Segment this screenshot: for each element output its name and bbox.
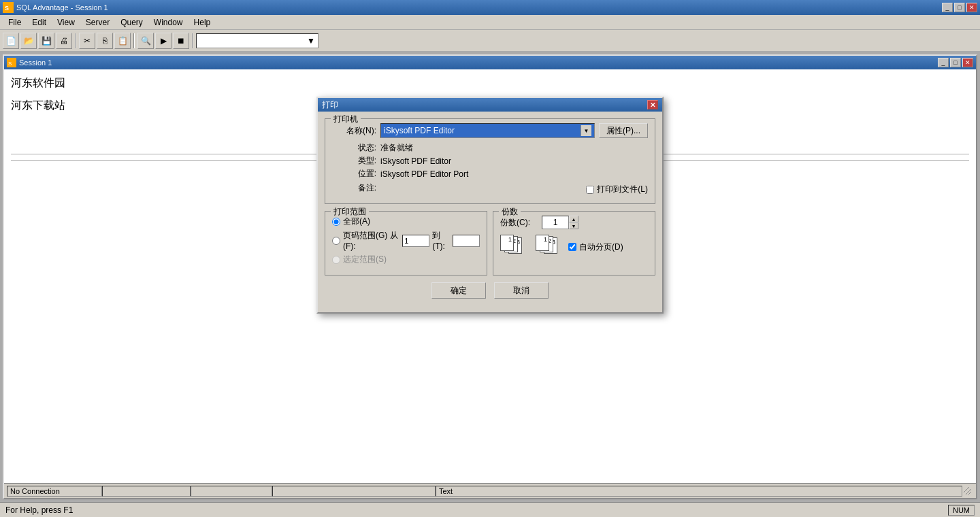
printer-name-row: 名称(N): iSkysoft PDF Editor ▼ 属性(P)... (332, 123, 648, 138)
title-bar: S SQL Advantage - Session 1 _ □ ✕ (0, 0, 980, 15)
session-icon: S (7, 58, 16, 67)
properties-btn[interactable]: 属性(P)... (599, 123, 648, 138)
new-btn[interactable]: 📄 (3, 33, 19, 49)
range-group-title: 打印范围 (331, 206, 369, 218)
dialog-overlay: 打印 ✕ 打印机 名称(N): iSkysoft PDF Editor (4, 69, 976, 483)
stop-btn[interactable]: ⏹ (173, 33, 189, 49)
copies-input[interactable] (542, 216, 569, 229)
range-group: 打印范围 全部(A) 页码范围(G) 从(F): 1 到(T): (325, 211, 487, 276)
copy-btn[interactable]: ⎘ (97, 33, 113, 49)
printer-select-value: iSkysoft PDF Editor (384, 126, 455, 135)
ok-btn[interactable]: 确定 (431, 282, 486, 299)
menu-view[interactable]: View (52, 16, 80, 29)
print-btn[interactable]: 🖨 (56, 33, 72, 49)
search-btn[interactable]: 🔍 (137, 33, 154, 49)
print-to-file-row: 打印到文件(L) (586, 184, 648, 195)
minimize-btn[interactable]: _ (942, 3, 953, 12)
type-label: 类型: (332, 155, 376, 167)
separator-3 (192, 33, 193, 48)
type-row: 类型: iSkysoft PDF Editor (332, 155, 648, 167)
session-controls[interactable]: _ □ ✕ (938, 58, 973, 67)
print-to-file-label: 打印到文件(L) (597, 184, 648, 195)
page-range-radio[interactable] (332, 237, 340, 245)
dialog-body: 打印机 名称(N): iSkysoft PDF Editor ▼ 属性(P)..… (318, 112, 662, 312)
page-range-row: 页码范围(G) 从(F): 1 到(T): (332, 230, 480, 251)
status-text: Text (436, 486, 962, 497)
selection-label: 选定范围(S) (343, 254, 387, 265)
selection-radio[interactable] (332, 256, 340, 264)
main-area: S Session 1 _ □ ✕ 河东软件园 河东下载站 打印 ✕ (0, 52, 980, 502)
status-connection: No Connection (7, 486, 102, 497)
svg-text:S: S (5, 5, 9, 12)
session-title-bar: S Session 1 _ □ ✕ (4, 56, 976, 69)
auto-collate-row: 自动分页(D) (568, 241, 623, 253)
cut-btn[interactable]: ✂ (79, 33, 95, 49)
session-status-bar: No Connection Text (4, 483, 976, 498)
session-close[interactable]: ✕ (962, 58, 973, 67)
maximize-btn[interactable]: □ (954, 3, 965, 12)
auto-collate-label: 自动分页(D) (579, 241, 623, 253)
dialog-buttons: 确定 取消 (325, 282, 655, 305)
spin-down[interactable]: ▼ (569, 222, 578, 229)
separator-2 (133, 33, 135, 48)
comment-label: 备注: (332, 182, 376, 194)
dialog-title-bar: 打印 ✕ (318, 98, 662, 112)
selection-radio-row: 选定范围(S) (332, 254, 480, 265)
auto-collate-checkbox[interactable] (568, 243, 576, 251)
menu-server[interactable]: Server (80, 16, 115, 29)
menu-bar: File Edit View Server Query Window Help (0, 15, 980, 30)
copies-group: 份数 份数(C): ▲ ▼ (493, 211, 655, 276)
printer-group-title: 打印机 (331, 114, 361, 125)
session-title: Session 1 (19, 59, 52, 67)
close-btn[interactable]: ✕ (966, 3, 977, 12)
dialog-close-btn[interactable]: ✕ (647, 100, 658, 110)
help-text: For Help, press F1 (5, 505, 73, 515)
dialog-title-text: 打印 (322, 99, 338, 111)
session-window: S Session 1 _ □ ✕ 河东软件园 河东下载站 打印 ✕ (3, 54, 977, 499)
cancel-btn[interactable]: 取消 (494, 282, 549, 299)
menu-edit[interactable]: Edit (27, 16, 52, 29)
menu-file[interactable]: File (3, 16, 27, 29)
session-maximize[interactable]: □ (950, 58, 961, 67)
page-range-label: 页码范围(G) 从(F): (343, 230, 399, 251)
resize-grip (962, 486, 973, 497)
collate-icon-1: 3 2 1 (500, 235, 526, 256)
printer-select[interactable]: iSkysoft PDF Editor ▼ (380, 123, 595, 138)
menu-query[interactable]: Query (115, 16, 148, 29)
copies-row: 份数(C): ▲ ▼ (500, 216, 648, 229)
page-to-input[interactable] (453, 235, 480, 247)
execute-btn[interactable]: ▶ (155, 33, 172, 49)
copies-input-wrap: ▲ ▼ (542, 216, 578, 229)
collate-icons: 3 2 1 3 2 1 (500, 235, 648, 256)
status-pane4 (272, 486, 436, 497)
status-pane3 (191, 486, 272, 497)
window-controls[interactable]: _ □ ✕ (942, 3, 977, 12)
printer-dropdown-arrow[interactable]: ▼ (581, 125, 591, 136)
location-row: 位置: iSkysoft PDF Editor Port (332, 168, 648, 180)
session-content: 河东软件园 河东下载站 打印 ✕ 打印机 (4, 69, 976, 483)
status-value: 准备就绪 (380, 142, 413, 154)
location-value: iSkysoft PDF Editor Port (380, 169, 468, 179)
separator-1 (75, 33, 76, 48)
menu-help[interactable]: Help (189, 16, 216, 29)
toolbar-dropdown[interactable]: ▼ (196, 33, 318, 48)
print-to-file-checkbox[interactable] (586, 186, 594, 194)
page-from-input[interactable]: 1 (402, 235, 429, 247)
status-row: 状态: 准备就绪 (332, 142, 648, 154)
printer-name-label: 名称(N): (332, 125, 376, 137)
bottom-status-bar: For Help, press F1 NUM (0, 502, 980, 517)
print-dialog: 打印 ✕ 打印机 名称(N): iSkysoft PDF Editor (316, 97, 664, 314)
menu-window[interactable]: Window (148, 16, 189, 29)
lower-section: 打印范围 全部(A) 页码范围(G) 从(F): 1 到(T): (325, 211, 655, 276)
copies-spinner[interactable]: ▲ ▼ (569, 216, 578, 229)
spin-up[interactable]: ▲ (569, 216, 578, 222)
paste-btn[interactable]: 📋 (114, 33, 131, 49)
location-label: 位置: (332, 168, 376, 180)
app-title: SQL Advantage - Session 1 (16, 3, 108, 12)
all-radio[interactable] (332, 218, 340, 226)
save-btn[interactable]: 💾 (38, 33, 54, 49)
open-btn[interactable]: 📂 (20, 33, 37, 49)
type-value: iSkysoft PDF Editor (380, 156, 451, 166)
collate-icon-2: 3 2 1 (536, 235, 561, 256)
session-minimize[interactable]: _ (938, 58, 949, 67)
